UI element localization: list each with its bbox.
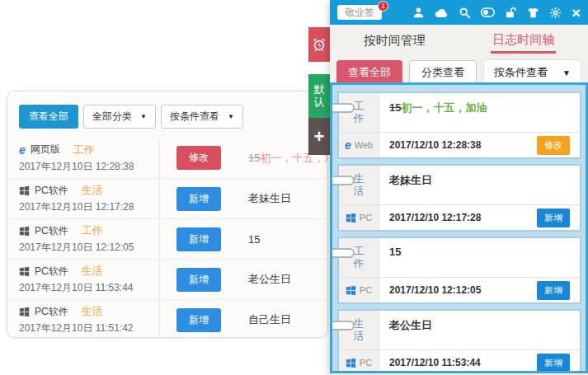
content-text: 老公生日 bbox=[389, 319, 432, 331]
alarm-clock-icon bbox=[311, 36, 327, 53]
modify-button[interactable]: 修改 bbox=[176, 146, 221, 170]
timeline-card: 工作 15 PC 2017/12/10 12:12:05 新增 bbox=[337, 237, 581, 304]
add-button[interactable]: 新增 bbox=[176, 268, 221, 292]
by-category-button[interactable]: 分类查看 bbox=[409, 60, 477, 85]
struck-text: 15 bbox=[389, 101, 401, 114]
default-board-tab[interactable]: 默认 bbox=[308, 74, 330, 118]
app-logo-badge[interactable]: 敬业签 1 bbox=[337, 5, 382, 20]
table-row: e 网页版 工作 2017年12月10日 12:28:38 修改 15初一，十五… bbox=[7, 138, 327, 178]
note-content: 老妹生日 bbox=[379, 166, 580, 204]
clip-icon bbox=[330, 321, 355, 330]
by-condition-label: 按条件查看 bbox=[494, 65, 548, 80]
content-text: 老公生日 bbox=[248, 273, 291, 285]
timestamp: 2017年12月10日 11:53:44 bbox=[19, 281, 159, 295]
add-button[interactable]: 新增 bbox=[537, 281, 570, 300]
timestamp: 2017/12/10 12:12:05 bbox=[389, 284, 481, 296]
timeline-card: 工作 15初一，十五，加油 e Web 2017/12/10 12:28:38 … bbox=[337, 91, 581, 159]
condition-filter-dropdown[interactable]: 按条件查看 ▼ bbox=[161, 105, 243, 129]
close-icon[interactable]: × bbox=[572, 5, 581, 21]
category-label: 工作 bbox=[353, 246, 365, 270]
theme-skin-icon[interactable] bbox=[527, 7, 539, 19]
table-row: PC软件 生活 2017年12月10日 11:51:42 新增 自己生日 bbox=[7, 299, 327, 338]
modify-button[interactable]: 修改 bbox=[537, 136, 570, 155]
view-all-button[interactable]: 查看全部 bbox=[19, 105, 78, 129]
ie-icon: e bbox=[19, 144, 26, 156]
clip-icon bbox=[330, 103, 355, 113]
source-label: PC bbox=[360, 213, 372, 223]
clip-icon bbox=[330, 176, 355, 185]
screen: 查看全部 全部分类 ▼ 按条件查看 ▼ e 网页版 工作 20 bbox=[0, 0, 588, 375]
content-text: 老妹生日 bbox=[248, 192, 291, 204]
note-content: 15 bbox=[379, 238, 580, 277]
view-all-button[interactable]: 查看全部 bbox=[336, 60, 402, 85]
timeline-card: 生活 老妹生日 PC 2017/12/10 12:17:28 新增 bbox=[337, 164, 581, 232]
windows-icon bbox=[19, 226, 30, 237]
default-board-label: 默认 bbox=[313, 84, 326, 109]
content-text: 15 bbox=[248, 233, 260, 246]
note-content: 老公生日 bbox=[238, 272, 327, 287]
dropdown-arrow-icon: ▼ bbox=[140, 113, 147, 120]
note-content: 老公生日 bbox=[379, 311, 580, 349]
add-button[interactable]: 新增 bbox=[176, 308, 221, 332]
timeline-card: 生活 老公生日 PC 2017/12/10 11:53:44 新增 bbox=[337, 309, 581, 373]
timestamp: 2017年12月10日 11:51:42 bbox=[19, 321, 159, 335]
user-icon[interactable] bbox=[412, 7, 425, 19]
windows-icon bbox=[346, 285, 356, 296]
category-label: 生活 bbox=[82, 264, 103, 279]
timeline-list: 工作 15初一，十五，加油 e Web 2017/12/10 12:28:38 … bbox=[330, 82, 588, 373]
content-text: 自己生日 bbox=[248, 313, 291, 326]
source-label: Web bbox=[355, 140, 373, 150]
source-label: PC bbox=[360, 285, 372, 295]
timestamp: 2017/12/10 12:17:28 bbox=[389, 212, 481, 223]
tab-log-timeline[interactable]: 日志时间轴 bbox=[459, 27, 588, 54]
table-row: PC软件 生活 2017年12月10日 11:53:44 新增 老公生日 bbox=[7, 259, 327, 299]
category-label: 生活 bbox=[353, 318, 365, 343]
titlebar: 敬业签 1 × bbox=[330, 0, 588, 25]
history-rows: e 网页版 工作 2017年12月10日 12:28:38 修改 15初一，十五… bbox=[7, 138, 327, 338]
source-label: PC bbox=[360, 358, 372, 368]
settings-gear-icon[interactable] bbox=[549, 7, 562, 19]
note-content: 15初一，十五，加油 bbox=[379, 93, 580, 132]
search-icon[interactable] bbox=[459, 7, 471, 19]
cloud-sync-icon[interactable] bbox=[435, 7, 449, 18]
category-label: 工作 bbox=[82, 223, 103, 238]
source-label: PC软件 bbox=[35, 224, 68, 238]
category-label: 生活 bbox=[82, 183, 103, 198]
tab-time-manage[interactable]: 按时间管理 bbox=[330, 28, 459, 54]
condition-filter-label: 按条件查看 bbox=[170, 110, 219, 124]
category-filter-dropdown[interactable]: 全部分类 ▼ bbox=[83, 105, 156, 129]
tab-label: 按时间管理 bbox=[362, 28, 427, 54]
add-note-tab[interactable]: + bbox=[308, 118, 330, 155]
ie-icon: e bbox=[345, 139, 351, 151]
table-row: PC软件 生活 2017年12月10日 12:17:28 新增 老妹生日 bbox=[7, 178, 327, 218]
timestamp: 2017/12/10 12:28:38 bbox=[389, 139, 481, 151]
windows-icon bbox=[346, 358, 356, 368]
category-label: 工作 bbox=[353, 101, 365, 125]
source-label: PC软件 bbox=[35, 305, 68, 319]
unlock-icon[interactable] bbox=[505, 7, 517, 19]
clip-icon bbox=[330, 248, 355, 258]
source-label: PC软件 bbox=[35, 265, 68, 279]
category-label: 生活 bbox=[353, 173, 365, 198]
history-toolbar: 查看全部 全部分类 ▼ 按条件查看 ▼ bbox=[7, 91, 327, 138]
dropdown-arrow-icon: ▼ bbox=[228, 113, 234, 120]
history-panel: 查看全部 全部分类 ▼ 按条件查看 ▼ e 网页版 工作 20 bbox=[7, 91, 328, 338]
windows-icon bbox=[346, 213, 356, 223]
note-content: 自己生日 bbox=[238, 312, 327, 327]
add-button[interactable]: 新增 bbox=[537, 354, 570, 373]
add-button[interactable]: 新增 bbox=[537, 209, 570, 227]
note-content: 15 bbox=[238, 233, 327, 246]
timestamp: 2017年12月10日 12:17:28 bbox=[19, 200, 159, 214]
source-label: PC软件 bbox=[35, 184, 68, 198]
timestamp: 2017/12/10 11:53:44 bbox=[389, 357, 481, 368]
add-button[interactable]: 新增 bbox=[176, 187, 221, 211]
tab-bar: 按时间管理 日志时间轴 bbox=[330, 25, 588, 54]
plus-icon: + bbox=[314, 126, 325, 148]
toggle-icon[interactable] bbox=[481, 7, 495, 17]
source-label: 网页版 bbox=[31, 143, 60, 157]
dropdown-arrow-icon: ▼ bbox=[562, 68, 571, 77]
note-content: 老妹生日 bbox=[238, 191, 327, 206]
windows-icon bbox=[19, 307, 30, 317]
app-name: 敬业签 bbox=[345, 7, 374, 18]
add-button[interactable]: 新增 bbox=[176, 227, 221, 251]
